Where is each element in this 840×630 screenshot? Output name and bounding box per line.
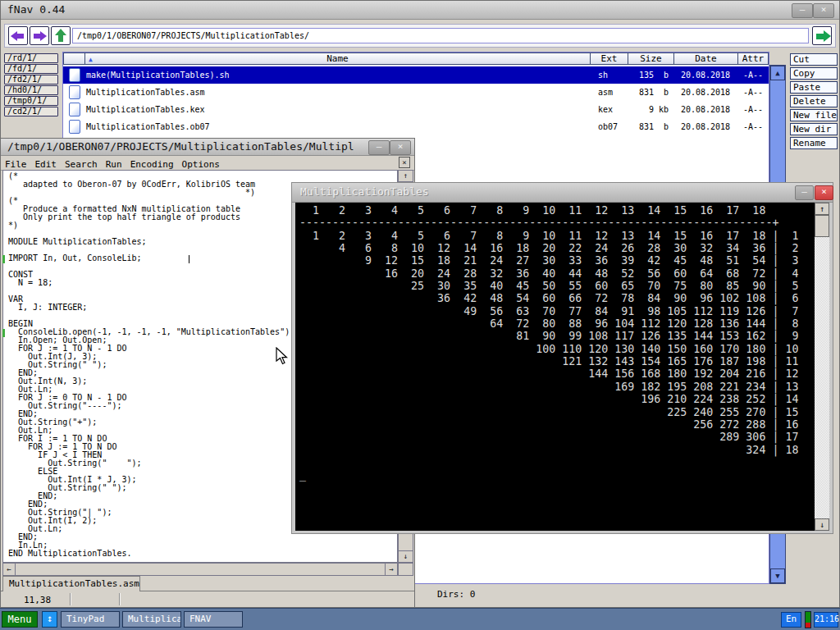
file-name: MultiplicationTables.kex	[86, 105, 205, 114]
delete-button[interactable]: Delete	[790, 95, 838, 107]
file-size: 9 kb	[618, 105, 669, 114]
file-icon	[69, 68, 80, 82]
menu-file[interactable]: File	[5, 159, 27, 170]
file-attr: -A--	[737, 122, 769, 131]
name-column-header[interactable]: ▲ Name	[84, 52, 591, 65]
table-row[interactable]: MultiplicationTables.kexkex9 kb20.08.201…	[63, 101, 769, 118]
changed-line-marker	[2, 255, 5, 263]
file-attr: -A--	[737, 105, 769, 114]
file-date: 20.08.2018	[673, 88, 737, 97]
menu-encoding[interactable]: Encoding	[130, 159, 174, 170]
menu-items: FileEditSearchRunEncodingOptions	[1, 155, 224, 171]
editor-horizontal-scrollbar[interactable]	[2, 563, 398, 576]
up-button[interactable]	[51, 26, 71, 45]
rename-button[interactable]: Rename	[790, 137, 838, 149]
editor-scroll-right-icon[interactable]: →	[385, 563, 398, 576]
editor-window-title: /tmp0/1/OBERON07/PROJECTS/Multiplication…	[7, 140, 354, 153]
drive-button-fd21[interactable]: /fd2/1/	[4, 75, 58, 84]
editor-tab-row: MultiplicationTables.asm	[1, 576, 414, 591]
fnav-titlebar[interactable]: fNav 0.44 – ×	[1, 1, 839, 20]
console-scrollbar[interactable]: ↑ ↓	[815, 203, 829, 531]
cpu-load-red-bar	[806, 623, 810, 628]
drive-button-hd01[interactable]: /hd0/1/	[4, 85, 58, 95]
size-column-header[interactable]: Size	[628, 52, 674, 65]
console-titlebar[interactable]: MultiplicationTables – ×	[292, 183, 833, 203]
go-button[interactable]	[812, 26, 832, 45]
attr-column-header[interactable]: Attr	[737, 52, 769, 65]
scroll-up-button[interactable]: ▲	[770, 66, 785, 80]
scroll-down-button[interactable]: ▼	[770, 568, 785, 583]
menubar-close-icon[interactable]: ×	[399, 157, 410, 168]
keyboard-layout-button[interactable]: En	[781, 612, 801, 628]
drive-button-rd1[interactable]: /rd/1/	[4, 53, 58, 63]
ext-column-header[interactable]: Ext	[590, 52, 628, 65]
menu-edit[interactable]: Edit	[35, 159, 57, 170]
file-action-panel: CutCopyPasteDeleteNew fileNew dirRename	[790, 53, 838, 151]
drive-list: /rd/1//fd/1//fd2/1//hd0/1//tmp0/1//cd2/1…	[4, 53, 58, 117]
scrollbar-corner	[398, 563, 413, 576]
status-divider	[119, 593, 121, 605]
start-menu-button[interactable]: Menu	[2, 611, 38, 628]
fnav-window-title: fNav 0.44	[7, 3, 65, 16]
console-scrollbar-thumb[interactable]	[815, 215, 829, 237]
drive-button-fd1[interactable]: /fd/1/	[4, 64, 58, 74]
path-input[interactable]: /tmp0/1/OBERON07/PROJECTS/Multiplication…	[72, 28, 809, 43]
name-column-label: Name	[326, 53, 349, 64]
minimize-all-icon[interactable]: ↕	[42, 611, 57, 628]
editor-close-button[interactable]: ×	[390, 140, 411, 155]
console-scroll-up-icon[interactable]: ↑	[815, 203, 829, 215]
text-caret	[189, 255, 189, 263]
taskbar: Menu ↕ TinyPadMultiplicatFNAV En 21:16	[0, 608, 840, 630]
console-window: MultiplicationTables – × 1 2 3 4 5 6 7 8…	[291, 182, 833, 534]
table-row[interactable]: make(MultiplicationTables).shsh135 b20.0…	[63, 66, 769, 84]
cut-button[interactable]: Cut	[790, 53, 838, 66]
console-output-text: 1 2 3 4 5 6 7 8 9 10 11 12 13 14 15 16 1…	[295, 203, 829, 482]
file-ext: sh	[598, 71, 608, 80]
file-date: 20.08.2018	[673, 105, 737, 114]
clock[interactable]: 21:16	[814, 612, 838, 628]
desktop: fNav 0.44 – × /tmp0/1/OBERON07/PROJECTS/…	[0, 0, 840, 630]
icon-column-header[interactable]	[63, 52, 85, 65]
menu-run[interactable]: Run	[106, 159, 122, 170]
fnav-minimize-button[interactable]: –	[792, 3, 813, 18]
fnav-close-button[interactable]: ×	[813, 3, 834, 18]
menu-search[interactable]: Search	[65, 159, 98, 170]
console-output-area: 1 2 3 4 5 6 7 8 9 10 11 12 13 14 15 16 1…	[295, 203, 829, 531]
file-list-header: ▲ Name Ext Size Date Attr	[63, 52, 769, 66]
editor-titlebar[interactable]: /tmp0/1/OBERON07/PROJECTS/Multiplication…	[1, 139, 414, 156]
taskbar-task-fnav[interactable]: FNAV	[184, 611, 243, 628]
fnav-toolbar: /tmp0/1/OBERON07/PROJECTS/Multiplication…	[4, 24, 836, 48]
console-close-button[interactable]: ×	[815, 185, 833, 200]
editor-scroll-down-icon[interactable]: ↓	[398, 550, 413, 563]
editor-statusbar: 11,38	[1, 591, 414, 609]
forward-button[interactable]	[30, 26, 49, 45]
drive-button-cd21[interactable]: /cd2/1/	[4, 107, 58, 116]
new-dir-button[interactable]: New dir	[790, 123, 838, 135]
console-minimize-button[interactable]: –	[795, 185, 814, 200]
file-attr: -A--	[737, 88, 769, 97]
file-ext: ob07	[598, 122, 618, 131]
file-icon	[69, 120, 80, 134]
taskbar-task-tinypad[interactable]: TinyPad	[61, 611, 120, 628]
new-file-button[interactable]: New file	[790, 109, 838, 121]
table-row[interactable]: MultiplicationTables.asmasm831 b20.08.20…	[63, 84, 769, 101]
editor-scroll-up-icon[interactable]: ↑	[398, 170, 413, 182]
back-button[interactable]	[8, 26, 28, 45]
console-scroll-down-icon[interactable]: ↓	[815, 518, 829, 531]
paste-button[interactable]: Paste	[790, 81, 838, 94]
menu-options[interactable]: Options	[182, 159, 220, 170]
file-name: make(MultiplicationTables).sh	[86, 71, 230, 80]
editor-scroll-left-icon[interactable]: ←	[2, 563, 16, 576]
taskbar-task-multiplicat[interactable]: Multiplicat	[122, 611, 181, 628]
date-column-header[interactable]: Date	[673, 52, 738, 65]
mouse-cursor-icon	[276, 347, 289, 365]
cpu-load-indicator[interactable]	[805, 611, 811, 628]
table-row[interactable]: MultiplicationTables.ob07ob07831 b20.08.…	[63, 118, 769, 135]
cursor-position: 11,38	[24, 595, 51, 605]
editor-tab[interactable]: MultiplicationTables.asm	[2, 576, 140, 591]
file-attr: -A--	[737, 71, 769, 80]
editor-minimize-button[interactable]: –	[368, 140, 390, 155]
copy-button[interactable]: Copy	[790, 67, 838, 80]
drive-button-tmp01[interactable]: /tmp0/1/	[4, 96, 58, 106]
file-date: 20.08.2018	[673, 71, 737, 80]
